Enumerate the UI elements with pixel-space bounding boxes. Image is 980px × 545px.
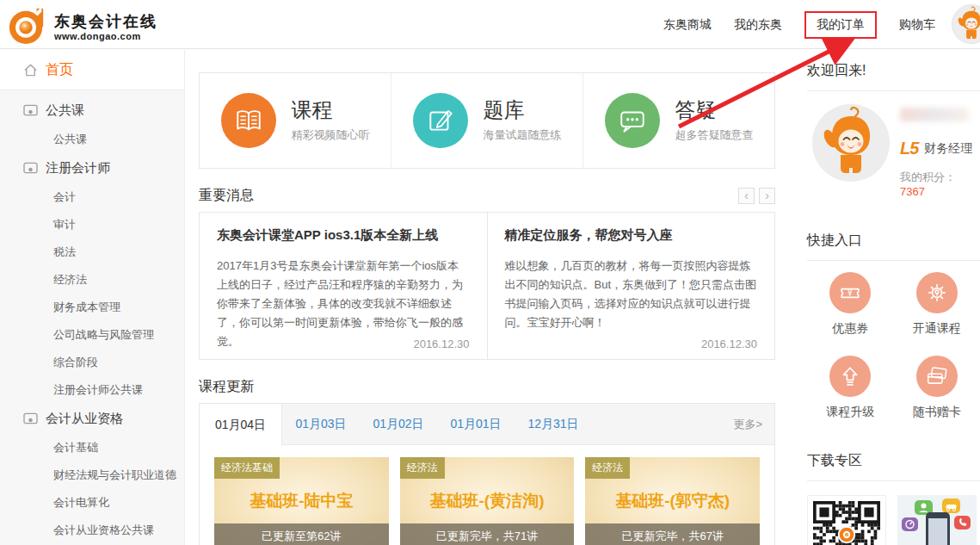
course-status: 已更新至第62讲 <box>214 523 389 545</box>
mascot-icon <box>812 104 890 182</box>
course-status: 已更新完毕，共71讲 <box>400 523 575 545</box>
nav-item-my-dongao[interactable]: 我的东奥 <box>734 17 782 33</box>
sidebar-item-strategy-risk[interactable]: 公司战略与风险管理 <box>0 321 184 349</box>
svg-text:¥: ¥ <box>847 288 853 298</box>
points-label: 我的积分： <box>900 170 956 183</box>
sidebar-section-public-course[interactable]: 公共课 <box>0 96 184 126</box>
activate-course-icon <box>916 272 958 313</box>
quick-item-label: 优惠券 <box>832 321 868 337</box>
feature-text: 题库 海量试题随意练 <box>484 98 562 143</box>
tab-date-0104[interactable]: 01月04日 <box>200 404 282 446</box>
sidebar-item-accounting-basics[interactable]: 会计基础 <box>0 434 184 461</box>
news-item-title[interactable]: 精准定位服务，帮您对号入座 <box>505 227 758 244</box>
user-level-row: L5 财务经理 <box>900 139 980 158</box>
feature-subtitle: 超多答疑随意查 <box>675 127 754 143</box>
feature-title: 课程 <box>292 98 370 122</box>
news-item: 东奥会计课堂APP ios3.1版本全新上线 2017年1月3号是东奥会计课堂新… <box>200 213 487 359</box>
level-badge: L5 <box>900 139 918 158</box>
quick-item-coupon[interactable]: ¥ 优惠券 <box>807 272 894 337</box>
phone-illustration-icon <box>897 495 977 545</box>
sidebar-section-cpa[interactable]: 注册会计师 <box>0 153 184 183</box>
main-content: 课程 精彩视频随心听 题库 海量试题随意练 <box>199 49 775 545</box>
news-item-title[interactable]: 东奥会计课堂APP ios3.1版本全新上线 <box>217 227 470 244</box>
quick-item-course-upgrade[interactable]: 课程升级 <box>807 356 894 420</box>
coupon-icon: ¥ <box>829 272 871 313</box>
sidebar-item-computerized-accounting[interactable]: 会计电算化 <box>0 489 184 517</box>
sidebar-item-finance-law-ethics[interactable]: 财经法规与会计职业道德 <box>0 461 184 489</box>
quick-item-label: 开通课程 <box>913 321 961 337</box>
chevron-left-icon[interactable]: ‹ <box>738 188 755 204</box>
download-row <box>807 495 980 545</box>
feature-qa[interactable]: 答疑 超多答疑随意查 <box>582 73 774 168</box>
news-item-date: 2016.12.30 <box>413 338 469 350</box>
tab-date-1231[interactable]: 12月31日 <box>515 417 592 432</box>
course-card[interactable]: 经济法 基础班-(郭守杰) 已更新完毕，共67讲 <box>585 457 760 545</box>
brand-title: 东奥会计在线 <box>54 12 157 31</box>
course-card[interactable]: 经济法 基础班-(黄洁洵) 已更新完毕，共71讲 <box>400 457 575 545</box>
sidebar-section-label: 会计从业资格 <box>46 411 123 427</box>
quick-item-activate-course[interactable]: 开通课程 <box>894 272 980 337</box>
sidebar-item-qualification-public-course[interactable]: 会计从业资格公共课 <box>0 517 184 544</box>
feature-courses[interactable]: 课程 精彩视频随心听 <box>200 73 391 168</box>
header-avatar[interactable] <box>952 4 980 44</box>
sidebar-section-accounting-qualification[interactable]: 会计从业资格 <box>0 404 184 434</box>
news-box: 东奥会计课堂APP ios3.1版本全新上线 2017年1月3号是东奥会计课堂新… <box>199 212 775 360</box>
sidebar-item-auditing[interactable]: 审计 <box>0 211 184 238</box>
home-icon <box>23 63 38 77</box>
nav-item-mall[interactable]: 东奥商城 <box>663 17 712 33</box>
app-download-image[interactable] <box>897 495 977 545</box>
sidebar: 首页 公共课 公共课 注册会计师 会计 审计 税法 经济法 <box>0 50 185 545</box>
news-pager: ‹ › <box>738 188 775 204</box>
quick-entry-title: 快捷入口 <box>807 219 980 261</box>
nav-item-my-orders[interactable]: 我的订单 <box>804 11 877 39</box>
sidebar-home-label: 首页 <box>46 61 73 79</box>
date-tabs: 01月04日 01月03日 01月02日 01月01日 12月31日 更多> <box>200 404 774 445</box>
feature-title: 答疑 <box>675 98 754 122</box>
tab-date-0103[interactable]: 01月03日 <box>282 417 360 432</box>
news-item-date: 2016.12.30 <box>701 338 757 350</box>
feature-text: 课程 精彩视频随心听 <box>292 98 370 143</box>
feature-question-bank[interactable]: 题库 海量试题随意练 <box>391 73 582 168</box>
tab-date-0102[interactable]: 01月02日 <box>360 417 437 432</box>
sidebar-item-accounting[interactable]: 会计 <box>0 183 184 211</box>
course-card[interactable]: 经济法基础 基础班-陆中宝 已更新至第62讲 <box>214 457 389 545</box>
top-nav: 东奥商城 我的东奥 我的订单 购物车 <box>663 0 935 49</box>
course-board-icon <box>23 162 38 175</box>
sidebar-item-home[interactable]: 首页 <box>0 50 184 90</box>
pencil-icon <box>413 93 468 148</box>
course-title: 基础班-陆中宝 <box>214 490 389 512</box>
more-link[interactable]: 更多> <box>733 417 774 432</box>
welcome-title: 欢迎回来! <box>807 49 980 91</box>
course-title: 基础班-(黄洁洵) <box>400 490 575 512</box>
sidebar-section-label: 注册会计师 <box>46 160 110 177</box>
sidebar-item-tax-law[interactable]: 税法 <box>0 238 184 266</box>
chevron-right-icon[interactable]: › <box>759 188 775 204</box>
upgrade-icon <box>829 356 871 397</box>
feature-text: 答疑 超多答疑随意查 <box>675 98 754 143</box>
feature-subtitle: 海量试题随意练 <box>484 127 562 143</box>
user-profile: L5 财务经理 我的积分：7367 <box>807 104 980 198</box>
course-badge: 经济法 <box>400 457 445 479</box>
sidebar-item-comprehensive-stage[interactable]: 综合阶段 <box>0 349 184 376</box>
sidebar-item-cpa-public-course[interactable]: 注册会计师公共课 <box>0 376 184 404</box>
course-board-icon <box>23 412 38 425</box>
quick-item-gift-card[interactable]: 随书赠卡 <box>894 356 980 420</box>
feature-subtitle: 精彩视频随心听 <box>292 127 370 143</box>
news-item: 精准定位服务，帮您对号入座 难以想象，几百页的教材，将每一页按照内容提炼出不同的… <box>487 213 775 359</box>
tab-date-0101[interactable]: 01月01日 <box>437 417 515 432</box>
profile-info: L5 财务经理 我的积分：7367 <box>900 104 980 198</box>
sidebar-item-financial-cost-mgmt[interactable]: 财务成本管理 <box>0 294 184 321</box>
course-updates-title: 课程更新 <box>199 378 254 396</box>
feature-cards: 课程 精彩视频随心听 题库 海量试题随意练 <box>199 72 775 169</box>
brand-logo[interactable]: 东奥会计在线 www.dongao.com <box>7 5 157 48</box>
right-panel: 欢迎回来! <box>807 49 980 545</box>
points-value: 7367 <box>900 185 925 198</box>
quick-entry-grid: ¥ 优惠券 <box>807 272 980 420</box>
news-item-body: 难以想象，几百页的教材，将每一页按照内容提炼出不同的知识点。But，东奥做到了！… <box>505 257 758 332</box>
wechat-qrcode <box>807 495 886 545</box>
nav-item-cart[interactable]: 购物车 <box>899 17 935 33</box>
user-role: 财务经理 <box>924 141 972 157</box>
course-title: 基础班-(郭守杰) <box>585 490 760 512</box>
sidebar-item-public-course[interactable]: 公共课 <box>0 126 184 153</box>
sidebar-item-economic-law[interactable]: 经济法 <box>0 266 184 294</box>
